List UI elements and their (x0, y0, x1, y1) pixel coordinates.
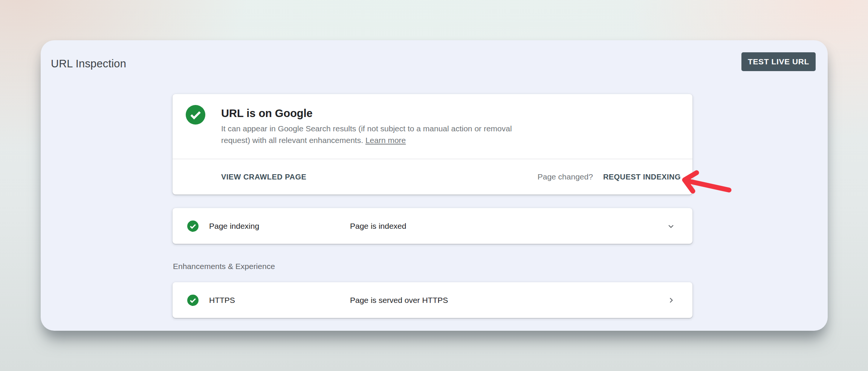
check-circle-icon (186, 105, 205, 125)
check-circle-icon (187, 220, 199, 232)
test-live-url-label: TEST LIVE URL (748, 57, 809, 66)
page-changed-label: Page changed? (538, 172, 593, 181)
row-label: Page indexing (209, 222, 350, 231)
verdict-actions-right: Page changed? REQUEST INDEXING (538, 172, 681, 181)
chevron-down-icon[interactable] (666, 221, 676, 231)
url-inspection-panel: URL Inspection TEST LIVE URL URL is on G… (41, 40, 828, 331)
https-row[interactable]: HTTPS Page is served over HTTPS (173, 282, 692, 318)
verdict-description: It can appear in Google Search results (… (221, 123, 539, 146)
test-live-url-button[interactable]: TEST LIVE URL (741, 52, 816, 71)
verdict-actions-bar: VIEW CRAWLED PAGE Page changed? REQUEST … (173, 159, 692, 195)
enhancements-section-heading: Enhancements & Experience (173, 261, 275, 272)
verdict-body: URL is on Google It can appear in Google… (173, 94, 692, 158)
chevron-right-icon[interactable] (666, 295, 676, 306)
check-circle-icon (187, 295, 199, 306)
verdict-text: URL is on Google It can appear in Google… (221, 106, 545, 146)
row-label: HTTPS (209, 296, 350, 305)
verdict-card: URL is on Google It can appear in Google… (173, 94, 692, 195)
view-crawled-page-link[interactable]: VIEW CRAWLED PAGE (221, 173, 306, 181)
row-status: Page is indexed (350, 222, 666, 231)
request-indexing-link[interactable]: REQUEST INDEXING (603, 173, 681, 181)
row-status: Page is served over HTTPS (350, 296, 666, 305)
learn-more-link[interactable]: Learn more (365, 136, 406, 144)
page-indexing-row[interactable]: Page indexing Page is indexed (173, 208, 692, 244)
url-inspection-screen: URL Inspection TEST LIVE URL URL is on G… (0, 0, 868, 371)
page-title: URL Inspection (51, 57, 126, 70)
verdict-title: URL is on Google (221, 106, 545, 120)
